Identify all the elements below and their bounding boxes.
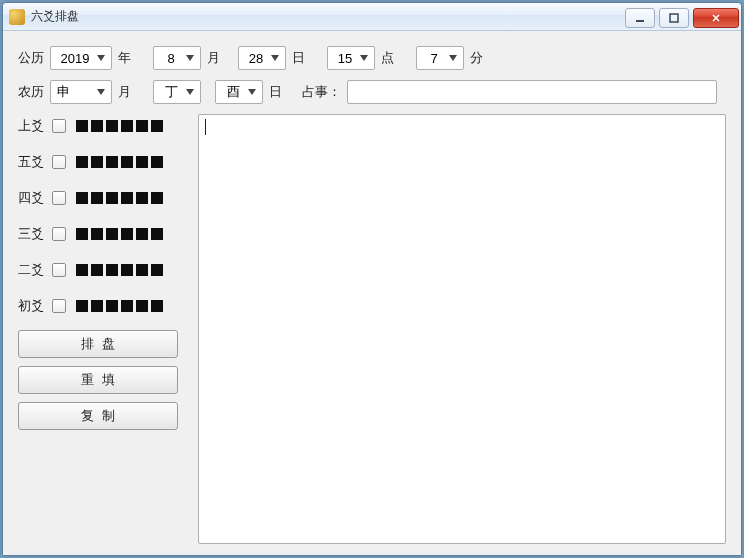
lunar-label: 农历 <box>18 83 44 101</box>
chevron-down-icon <box>93 48 109 68</box>
minute-value: 7 <box>423 51 445 66</box>
hour-value: 15 <box>334 51 356 66</box>
chevron-down-icon <box>244 82 260 102</box>
text-cursor <box>205 119 206 135</box>
month-select[interactable]: 8 <box>153 46 201 70</box>
lunar-month-select[interactable]: 申 <box>50 80 112 104</box>
yao-squares <box>76 120 163 132</box>
lunar-month-unit: 月 <box>118 83 131 101</box>
yao-label: 初爻 <box>18 297 46 315</box>
app-window: 六爻排盘 公历 2019 年 8 <box>2 2 742 556</box>
minimize-button[interactable] <box>625 8 655 28</box>
yao-squares <box>76 228 163 240</box>
app-icon <box>9 9 25 25</box>
lunar-daystem-value: 丁 <box>160 83 182 101</box>
chevron-down-icon <box>182 48 198 68</box>
yao-checkbox[interactable] <box>52 299 66 313</box>
yao-label: 二爻 <box>18 261 46 279</box>
yao-row-5: 五爻 <box>18 150 190 174</box>
maximize-button[interactable] <box>659 8 689 28</box>
left-column: 上爻 五爻 四爻 <box>18 114 190 544</box>
yao-row-1: 初爻 <box>18 294 190 318</box>
year-value: 2019 <box>57 51 93 66</box>
chevron-down-icon <box>182 82 198 102</box>
lunar-day-unit: 日 <box>269 83 282 101</box>
minute-unit: 分 <box>470 49 483 67</box>
yao-squares <box>76 192 163 204</box>
hour-unit: 点 <box>381 49 394 67</box>
yao-squares <box>76 264 163 276</box>
yao-squares <box>76 156 163 168</box>
month-value: 8 <box>160 51 182 66</box>
month-unit: 月 <box>207 49 220 67</box>
titlebar[interactable]: 六爻排盘 <box>3 3 741 31</box>
client-area: 公历 2019 年 8 月 28 日 15 点 <box>4 32 740 554</box>
year-unit: 年 <box>118 49 131 67</box>
window-title: 六爻排盘 <box>31 8 79 25</box>
svg-rect-1 <box>670 14 678 22</box>
yao-row-3: 三爻 <box>18 222 190 246</box>
chongtian-button[interactable]: 重填 <box>18 366 178 394</box>
lunar-month-value: 申 <box>57 83 93 101</box>
yao-label: 上爻 <box>18 117 46 135</box>
yao-checkbox[interactable] <box>52 191 66 205</box>
chevron-down-icon <box>93 82 109 102</box>
chevron-down-icon <box>267 48 283 68</box>
day-value: 28 <box>245 51 267 66</box>
yao-checkbox[interactable] <box>52 263 66 277</box>
day-unit: 日 <box>292 49 305 67</box>
chevron-down-icon <box>445 48 461 68</box>
paipan-button[interactable]: 排盘 <box>18 330 178 358</box>
matter-input[interactable] <box>347 80 717 104</box>
chevron-down-icon <box>356 48 372 68</box>
yao-checkbox[interactable] <box>52 227 66 241</box>
body-area: 上爻 五爻 四爻 <box>18 114 726 544</box>
window-buttons <box>623 6 741 28</box>
fuzhi-button[interactable]: 复制 <box>18 402 178 430</box>
lunar-row: 农历 申 月 丁 酉 日 占事： <box>18 80 726 104</box>
lunar-daybranch-value: 酉 <box>222 83 244 101</box>
yao-row-2: 二爻 <box>18 258 190 282</box>
yao-row-6: 上爻 <box>18 114 190 138</box>
yao-checkbox[interactable] <box>52 155 66 169</box>
lunar-daystem-select[interactable]: 丁 <box>153 80 201 104</box>
close-button[interactable] <box>693 8 739 28</box>
yao-label: 三爻 <box>18 225 46 243</box>
svg-rect-0 <box>636 20 644 22</box>
yao-label: 五爻 <box>18 153 46 171</box>
solar-label: 公历 <box>18 49 44 67</box>
output-textarea[interactable] <box>198 114 726 544</box>
yao-row-4: 四爻 <box>18 186 190 210</box>
lunar-daybranch-select[interactable]: 酉 <box>215 80 263 104</box>
yao-squares <box>76 300 163 312</box>
hour-select[interactable]: 15 <box>327 46 375 70</box>
yao-label: 四爻 <box>18 189 46 207</box>
yao-checkbox[interactable] <box>52 119 66 133</box>
year-select[interactable]: 2019 <box>50 46 112 70</box>
solar-row: 公历 2019 年 8 月 28 日 15 点 <box>18 46 726 70</box>
minute-select[interactable]: 7 <box>416 46 464 70</box>
matter-label: 占事： <box>302 83 341 101</box>
day-select[interactable]: 28 <box>238 46 286 70</box>
